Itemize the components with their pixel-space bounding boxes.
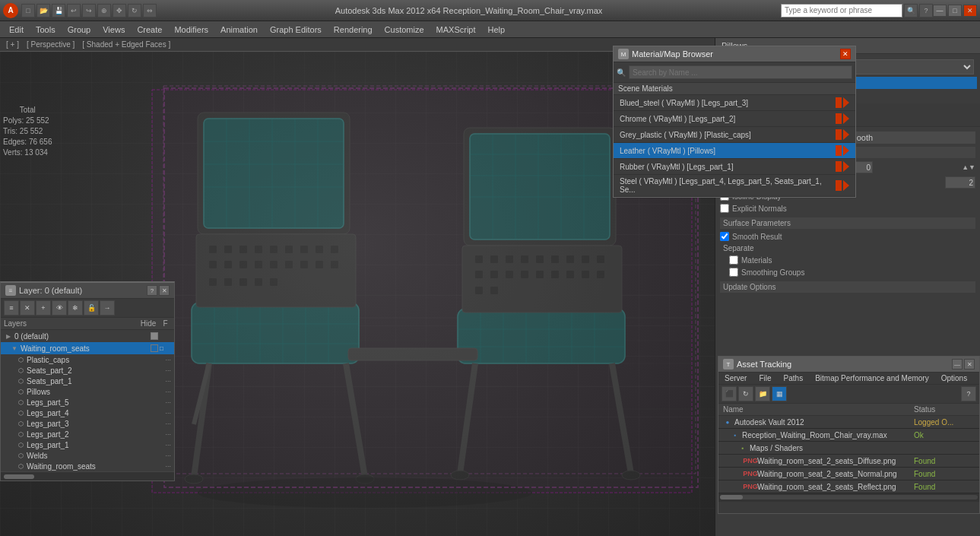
layers-tool-add[interactable]: + [36,300,51,316]
layer-item[interactable]: ⬡ Waiting_room_seats ··· [1,461,174,471]
mb-item[interactable]: Chrome ( VRayMtl ) [Legs_part_2] [614,111,855,127]
open-icon[interactable]: 📂 [36,4,50,17]
move-icon[interactable]: ✥ [113,4,126,17]
materials-checkbox[interactable] [729,255,738,265]
layers-tool-freeze[interactable]: ❄ [68,300,83,316]
viewport-label-bracket[interactable]: [ + ] [3,40,22,49]
redo-icon[interactable]: ↪ [82,4,96,17]
layer-item[interactable]: ⬡ Plastic_caps ··· [1,354,174,365]
at-scrollbar[interactable] [718,493,979,501]
menu-modifiers[interactable]: Modifiers [168,24,214,36]
layer-item[interactable]: ⬡ Welds ··· [1,450,174,461]
at-menu-file[interactable]: File [753,373,777,384]
at-refresh-btn[interactable]: ↻ [738,386,753,401]
layer-item[interactable]: ⬡ Seats_part_2 ··· [1,365,174,376]
restore-button[interactable]: □ [948,5,962,17]
menu-views[interactable]: Views [97,24,131,36]
menu-rendering[interactable]: Rendering [328,24,379,36]
mb-close-button[interactable]: ✕ [840,49,851,59]
smoothing-groups-checkbox[interactable] [729,268,738,277]
at-close-btn[interactable]: ✕ [964,359,975,369]
mb-item[interactable]: Grey_plastic ( VRayMtl ) [Plastic_caps] [614,127,855,143]
at-menu-server[interactable]: Server [718,373,753,384]
at-icon: T [723,359,734,369]
layers-titlebar: ≡ Layer: 0 (default) ? ✕ [1,283,174,299]
new-icon[interactable]: □ [21,4,35,17]
layers-scrollbar[interactable] [1,471,174,480]
layers-help-btn[interactable]: ? [147,285,157,296]
mb-item-name: Chrome ( VRayMtl ) [Legs_part_2] [620,115,833,123]
layers-tool-unlock[interactable]: 🔓 [84,300,99,316]
at-png-icon: PNG [746,469,755,478]
mb-item[interactable]: Leather ( VRayMtl ) [Pillows] [614,143,855,159]
at-scrollbar-thumb[interactable] [720,495,743,500]
svg-rect-90 [506,271,513,278]
menu-create[interactable]: Create [131,24,168,36]
at-menu-paths[interactable]: Paths [778,373,810,384]
help-icon[interactable]: ? [919,4,933,17]
minimize-button[interactable]: — [933,5,947,17]
layer-item[interactable]: ⬡ Pillows ··· [1,386,174,397]
at-item[interactable]: ▪ Reception_Waiting_Room_Chair_vray.max … [718,429,979,442]
at-item[interactable]: ▪ Maps / Shaders [718,442,979,455]
layer-item[interactable]: ⬡ Legs_part_3 ··· [1,418,174,429]
viewport-label-shade[interactable]: [ Shaded + Edged Faces ] [79,40,173,49]
mb-search: 🔍 [614,62,855,83]
layer-item[interactable]: ⬡ Legs_part_5 ··· [1,397,174,408]
at-item[interactable]: PNG Waiting_room_seat_2_seats_Diffuse.pn… [718,455,979,468]
mb-item[interactable]: Blued_steel ( VRayMtl ) [Legs_part_3] [614,95,855,111]
at-menu-bitmap-perf[interactable]: Bitmap Performance and Memory [809,373,935,384]
layer-item[interactable]: ⬡ Legs_part_2 ··· [1,429,174,439]
svg-rect-89 [490,271,498,278]
mb-item[interactable]: Steel ( VRayMtl ) [Legs_part_4, Legs_par… [614,175,855,197]
at-item[interactable]: ● Autodesk Vault 2012 Logged O... [718,416,979,429]
select-icon[interactable]: ⊕ [97,4,111,17]
svg-rect-30 [224,246,232,253]
at-vault-btn[interactable]: ⬛ [722,386,737,401]
layers-tool-delete[interactable]: ✕ [20,300,35,316]
mb-item[interactable]: Rubber ( VRayMtl ) [Legs_part_1] [614,159,855,175]
menu-group[interactable]: Group [62,24,97,36]
layers-close-btn[interactable]: ✕ [159,285,170,296]
at-item[interactable]: PNG Waiting_room_seat_2_seats_Reflect.pn… [718,480,979,493]
layer-item[interactable]: ▶ 0 (default) [1,330,174,342]
at-minimize-btn[interactable]: — [952,359,963,369]
layers-scrollbar-thumb[interactable] [4,474,34,479]
menu-edit[interactable]: Edit [3,24,30,36]
layer-item-check[interactable] [149,331,160,341]
search-input[interactable] [781,4,902,17]
layer-item-check[interactable] [149,343,160,354]
close-button[interactable]: ✕ [963,5,977,17]
menu-help[interactable]: Help [482,24,512,36]
layers-tool-layers[interactable]: ≡ [4,300,19,316]
menu-maxscript[interactable]: MAXScript [430,24,482,36]
menu-animation[interactable]: Animation [214,24,264,36]
at-menu-options[interactable]: Options [935,373,973,384]
iterations-spinner[interactable]: ▲▼ [962,163,975,171]
at-grid-btn[interactable]: ▦ [772,386,787,401]
layer-item[interactable]: ⬡ Legs_part_1 ··· [1,439,174,450]
at-help-btn[interactable]: ? [961,386,976,401]
rotate-icon[interactable]: ↻ [128,4,141,17]
menu-customize[interactable]: Customize [379,24,430,36]
layers-win-controls: ? ✕ [147,285,170,296]
smooth-result-checkbox[interactable] [720,232,729,241]
shadow [198,477,532,508]
menu-graph-editors[interactable]: Graph Editors [264,24,328,36]
layer-item[interactable]: ▼ Waiting_room_seats □ [1,342,174,354]
search-icon[interactable]: 🔍 [904,4,918,17]
at-path-btn[interactable]: 📁 [755,386,770,401]
render-iters-input[interactable] [945,176,975,189]
undo-icon[interactable]: ↩ [67,4,81,17]
viewport-label-view[interactable]: [ Perspective ] [24,40,78,49]
layer-item[interactable]: ⬡ Legs_part_4 ··· [1,408,174,418]
scale-icon[interactable]: ⇔ [143,4,157,17]
mb-search-input[interactable] [629,65,852,79]
layers-tool-hide[interactable]: 👁 [52,300,67,316]
layers-tool-move[interactable]: → [100,300,115,316]
explicit-normals-checkbox[interactable] [720,204,729,213]
menu-tools[interactable]: Tools [30,24,62,36]
save-icon[interactable]: 💾 [52,4,65,17]
layer-item[interactable]: ⬡ Seats_part_1 ··· [1,376,174,386]
at-item[interactable]: PNG Waiting_room_seat_2_seats_Normal.png… [718,468,979,480]
